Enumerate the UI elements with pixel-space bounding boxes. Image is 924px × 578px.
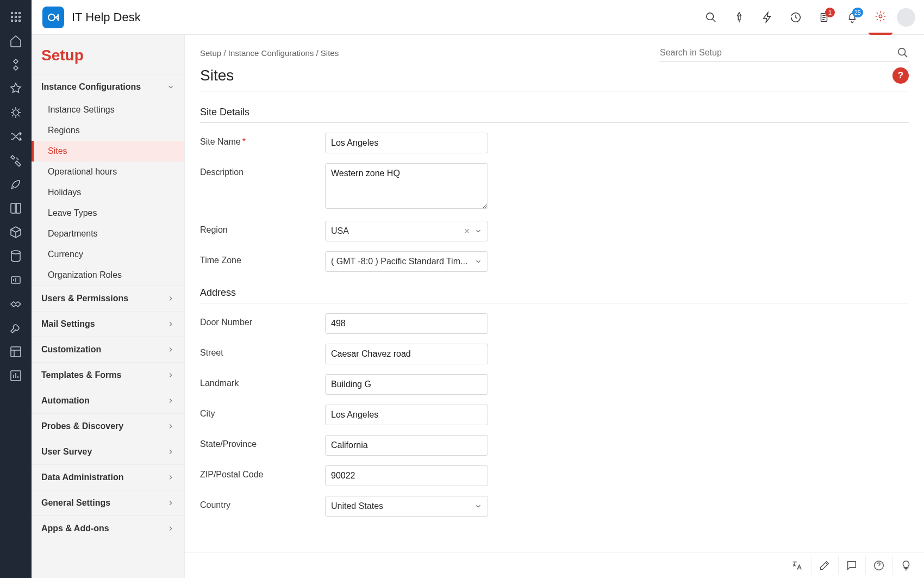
sidebar-section-user-survey[interactable]: User Survey: [32, 439, 184, 464]
clear-region-icon[interactable]: ✕: [464, 227, 470, 235]
database-icon[interactable]: [9, 249, 23, 263]
input-zip[interactable]: [325, 465, 488, 486]
label-zip: ZIP/Postal Code: [200, 465, 325, 480]
search-setup-input[interactable]: [659, 45, 897, 61]
sidebar-section-mail-settings[interactable]: Mail Settings: [32, 311, 184, 337]
app-title: IT Help Desk: [72, 10, 141, 24]
help-button[interactable]: ?: [892, 67, 909, 84]
handshake-icon[interactable]: [9, 297, 23, 311]
label-time-zone: Time Zone: [200, 251, 325, 265]
chevron-right-icon: [167, 346, 174, 353]
edit-icon[interactable]: [811, 556, 837, 575]
svg-point-4: [15, 16, 17, 18]
breadcrumb-setup[interactable]: Setup: [200, 48, 221, 58]
sidebar-item-sites[interactable]: Sites: [32, 141, 184, 161]
layout-icon[interactable]: [9, 345, 23, 359]
translate-icon[interactable]: [784, 556, 810, 575]
breadcrumb: Setup / Instance Configurations / Sites: [200, 45, 909, 61]
breadcrumb-instance-configurations[interactable]: Instance Configurations: [228, 48, 314, 58]
sidebar-item-departments[interactable]: Departments: [32, 223, 184, 244]
sidebar-section-general-settings[interactable]: General Settings: [32, 490, 184, 515]
sidebar-section-instance-configurations[interactable]: Instance Configurations: [32, 74, 184, 100]
select-time-zone-value: ( GMT -8:0 ) Pacific Standard Tim...: [331, 257, 475, 266]
chevron-right-icon: [167, 371, 174, 379]
label-door-number: Door Number: [200, 313, 325, 327]
search-icon[interactable]: [699, 5, 723, 29]
svg-point-8: [19, 20, 21, 22]
input-landmark[interactable]: [325, 374, 488, 395]
lightbulb-icon[interactable]: [892, 556, 919, 575]
wrench-icon[interactable]: [9, 321, 23, 335]
search-setup[interactable]: [659, 45, 909, 61]
badge-notifications: 25: [852, 8, 863, 17]
sidebar-item-operational-hours[interactable]: Operational hours: [32, 161, 184, 182]
pin-action-icon[interactable]: [727, 5, 751, 29]
sidebar-section-templates-forms[interactable]: Templates & Forms: [32, 362, 184, 388]
chevron-right-icon: [167, 499, 174, 507]
book-icon[interactable]: [9, 201, 23, 215]
chart-icon[interactable]: [9, 369, 23, 383]
section-address: Address: [200, 287, 909, 303]
svg-point-0: [11, 13, 13, 14]
label-site-name: Site Name*: [200, 133, 325, 147]
sidebar-section-apps-addons[interactable]: Apps & Add-ons: [32, 515, 184, 541]
tools-icon[interactable]: [9, 153, 23, 167]
sidebar-title: Setup: [32, 35, 184, 74]
rocket-icon[interactable]: [9, 177, 23, 191]
bottom-toolbar: [185, 552, 924, 578]
badge-clipboard: 1: [825, 8, 835, 17]
label-landmark: Landmark: [200, 374, 325, 388]
history-icon[interactable]: [784, 5, 808, 29]
sidebar-item-holidays[interactable]: Holidays: [32, 182, 184, 203]
sidebar-section-users-permissions[interactable]: Users & Permissions: [32, 285, 184, 311]
input-city[interactable]: [325, 405, 488, 425]
search-icon: [897, 47, 909, 59]
chevron-right-icon: [167, 422, 174, 430]
svg-point-14: [48, 14, 55, 21]
input-street[interactable]: [325, 344, 488, 364]
svg-point-9: [13, 110, 18, 115]
sidebar-item-regions[interactable]: Regions: [32, 120, 184, 141]
sidebar-item-currency[interactable]: Currency: [32, 244, 184, 265]
select-time-zone[interactable]: ( GMT -8:0 ) Pacific Standard Tim...: [325, 251, 488, 272]
input-description[interactable]: Western zone HQ: [325, 163, 488, 209]
svg-point-15: [707, 13, 714, 20]
svg-rect-12: [11, 347, 21, 357]
input-door-number[interactable]: [325, 313, 488, 334]
label-street: Street: [200, 344, 325, 358]
sidebar-item-instance-settings[interactable]: Instance Settings: [32, 100, 184, 120]
cube-icon[interactable]: [9, 225, 23, 239]
currency-icon[interactable]: [9, 273, 23, 287]
bell-icon[interactable]: 25: [840, 5, 864, 29]
clipboard-icon[interactable]: 1: [812, 5, 836, 29]
input-state[interactable]: [325, 435, 488, 456]
bug-icon[interactable]: [9, 105, 23, 120]
pin-icon[interactable]: [9, 82, 23, 96]
label-state: State/Province: [200, 435, 325, 449]
sidebar-section-data-administration[interactable]: Data Administration: [32, 464, 184, 490]
module-icon[interactable]: [9, 58, 23, 72]
sidebar-item-organization-roles[interactable]: Organization Roles: [32, 265, 184, 285]
input-site-name[interactable]: [325, 133, 488, 153]
select-country[interactable]: United States: [325, 496, 488, 517]
home-icon[interactable]: [9, 34, 23, 48]
select-region[interactable]: USA ✕: [325, 221, 488, 241]
bolt-icon[interactable]: [756, 5, 779, 29]
sidebar-section-customization[interactable]: Customization: [32, 337, 184, 362]
chevron-down-icon: [167, 83, 174, 91]
section-site-details: Site Details: [200, 107, 909, 123]
topbar: IT Help Desk 1 25: [32, 0, 924, 35]
chat-icon[interactable]: [838, 556, 864, 575]
label-country: Country: [200, 496, 325, 510]
apps-icon[interactable]: [9, 10, 23, 24]
chevron-right-icon: [167, 397, 174, 405]
sidebar-section-probes-discovery[interactable]: Probes & Discovery: [32, 413, 184, 439]
shuffle-icon[interactable]: [9, 129, 23, 144]
help-icon[interactable]: [865, 556, 891, 575]
avatar[interactable]: [897, 8, 915, 27]
chevron-down-icon: [475, 258, 482, 265]
settings-gear-icon[interactable]: [869, 0, 892, 35]
sidebar-section-automation[interactable]: Automation: [32, 388, 184, 413]
sidebar-item-leave-types[interactable]: Leave Types: [32, 203, 184, 223]
left-rail: [0, 0, 32, 578]
